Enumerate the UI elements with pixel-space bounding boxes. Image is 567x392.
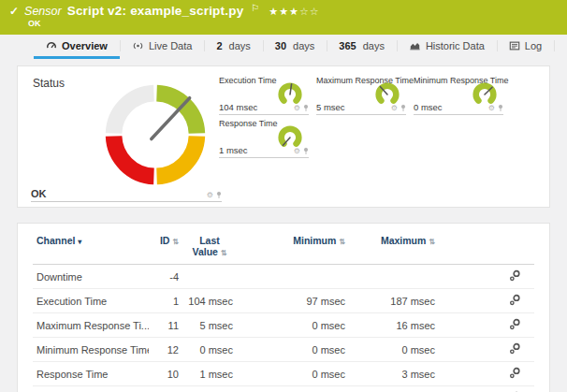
channel-minimum: 0 msec bbox=[237, 338, 349, 362]
column-label: Maximum bbox=[381, 235, 426, 246]
gauge-segment-gray bbox=[114, 94, 154, 134]
sensor-header: ✓ Sensor Script v2: example_script.py ⚐ … bbox=[0, 0, 567, 35]
column-header-channel[interactable]: Channel ▾ bbox=[33, 231, 149, 265]
tab-live-data[interactable]: Live Data bbox=[120, 35, 204, 59]
mini-gauge-value: 0 msec bbox=[414, 102, 443, 112]
column-header-id[interactable]: ID ⇅ bbox=[149, 231, 182, 265]
channel-settings-icon[interactable] bbox=[509, 342, 521, 355]
channel-last-value bbox=[182, 265, 237, 289]
gear-icon[interactable]: ⚙ bbox=[294, 148, 300, 155]
channel-maximum: 3 msec bbox=[349, 362, 439, 386]
table-row-minimum-response-time: Minimum Response Time 12 0 msec 0 msec 0… bbox=[33, 338, 534, 362]
pin-icon[interactable] bbox=[303, 104, 309, 112]
channel-settings-icon[interactable] bbox=[509, 367, 521, 379]
sort-icon: ⇅ bbox=[172, 238, 179, 246]
channel-name[interactable]: Minimum Response Time bbox=[33, 338, 149, 362]
tab-label: Overview bbox=[62, 40, 108, 51]
channel-last-value: OK bbox=[182, 386, 237, 392]
channel-id: 10 bbox=[149, 362, 182, 386]
column-label: Channel bbox=[36, 235, 75, 246]
pin-icon[interactable] bbox=[303, 147, 309, 155]
gauge-segment-red bbox=[114, 137, 154, 177]
gear-icon[interactable]: ⚙ bbox=[294, 105, 300, 112]
tab-number: 365 bbox=[339, 40, 356, 51]
tab-label: Live Data bbox=[149, 40, 192, 51]
sort-icon: ⇅ bbox=[429, 238, 435, 246]
channel-minimum: OK bbox=[237, 386, 349, 392]
pin-icon[interactable] bbox=[216, 191, 222, 199]
table-row-execution-time: Execution Time 1 104 msec 97 msec 187 ms… bbox=[33, 289, 534, 313]
gear-icon[interactable]: ⚙ bbox=[391, 105, 398, 112]
flag-icon[interactable]: ⚐ bbox=[251, 3, 259, 13]
channel-last-value: 104 msec bbox=[182, 289, 237, 313]
channel-id: 0 bbox=[149, 386, 182, 392]
tab-bar: Overview Live Data 2 days 30 days 365 da… bbox=[0, 35, 567, 59]
gauge-icon bbox=[46, 40, 57, 51]
channel-name[interactable]: Execution Time bbox=[33, 289, 149, 313]
channel-minimum: 0 msec bbox=[237, 362, 349, 386]
tab-label: Historic Data bbox=[426, 40, 485, 51]
gauge-segment-yellow bbox=[157, 137, 197, 177]
priority-stars[interactable]: ★★★☆☆ bbox=[269, 6, 319, 18]
mini-gauge-value: 5 msec bbox=[316, 102, 345, 112]
gear-icon[interactable]: ⚙ bbox=[488, 105, 495, 112]
pin-icon[interactable] bbox=[498, 104, 503, 112]
channel-name[interactable]: Downtime bbox=[33, 265, 149, 289]
column-header-maximum[interactable]: Maximum ⇅ bbox=[349, 231, 439, 265]
status-panel-title: Status bbox=[33, 77, 65, 90]
sort-icon: ⇅ bbox=[339, 238, 345, 246]
log-icon bbox=[509, 40, 520, 51]
tab-label: Log bbox=[525, 40, 542, 51]
channel-name[interactable]: Response Time bbox=[33, 362, 149, 386]
column-header-last-value[interactable]: Last Value ⇅ bbox=[182, 231, 237, 265]
tab-historic-data[interactable]: Historic Data bbox=[397, 35, 497, 59]
table-row-response-time: Response Time 10 1 msec 0 msec 3 msec bbox=[33, 362, 534, 386]
channel-table: Channel ▾ ID ⇅ Last Value ⇅ Minimum ⇅ Ma… bbox=[33, 231, 534, 392]
channel-settings-icon[interactable] bbox=[509, 269, 521, 282]
channel-table-panel: Channel ▾ ID ⇅ Last Value ⇅ Minimum ⇅ Ma… bbox=[17, 223, 550, 392]
channel-maximum: 16 msec bbox=[349, 313, 439, 338]
channel-last-value: 0 msec bbox=[182, 338, 237, 362]
channel-name[interactable]: Maximum Response Ti... bbox=[33, 313, 149, 338]
sensor-kind-label: Sensor bbox=[24, 5, 62, 18]
tab-2-days[interactable]: 2 days bbox=[204, 35, 262, 59]
column-label: Last Value bbox=[192, 235, 219, 257]
channel-minimum: 0 msec bbox=[237, 313, 349, 338]
channel-maximum: 0 msec bbox=[349, 338, 439, 362]
channel-minimum: 97 msec bbox=[237, 289, 349, 313]
tab-overview[interactable]: Overview bbox=[34, 35, 120, 59]
channel-id: 11 bbox=[149, 313, 182, 338]
mini-gauge-response-time: Response Time 1 msec ⚙ bbox=[219, 119, 309, 158]
channel-id: -4 bbox=[149, 265, 182, 289]
stars-filled[interactable]: ★★★ bbox=[269, 6, 299, 17]
mini-gauge-maximum-response-time: Maximum Response Time 5 msec ⚙ bbox=[316, 76, 406, 115]
status-panel: Status OK ⚙ Execution Time bbox=[17, 65, 550, 208]
sensor-overview-page: ✓ Sensor Script v2: example_script.py ⚐ … bbox=[0, 0, 567, 392]
gear-icon[interactable]: ⚙ bbox=[207, 192, 213, 199]
column-header-minimum[interactable]: Minimum ⇅ bbox=[237, 231, 349, 265]
column-label: ID bbox=[160, 235, 170, 246]
channel-settings-icon[interactable] bbox=[509, 318, 521, 330]
tab-log[interactable]: Log bbox=[497, 35, 554, 59]
channel-last-value: 1 msec bbox=[182, 362, 237, 386]
tab-365-days[interactable]: 365 days bbox=[327, 35, 397, 59]
mini-gauge-execution-time: Execution Time 104 msec ⚙ bbox=[219, 76, 309, 115]
channel-settings-icon[interactable] bbox=[509, 294, 521, 306]
table-row-downtime: Downtime -4 bbox=[33, 265, 534, 289]
stars-empty[interactable]: ☆☆ bbox=[299, 6, 320, 17]
tab-settings[interactable]: ⚙ Settings bbox=[554, 35, 567, 59]
status-footer: OK ⚙ bbox=[31, 188, 222, 202]
status-footer-text: OK bbox=[31, 188, 47, 199]
tab-label: days bbox=[229, 40, 251, 51]
sort-desc-icon: ▾ bbox=[78, 238, 81, 246]
column-header-actions bbox=[439, 231, 534, 265]
page-title: Script v2: example_script.py bbox=[67, 4, 244, 18]
tab-30-days[interactable]: 30 days bbox=[263, 35, 327, 59]
historic-data-icon bbox=[409, 40, 421, 51]
status-gauge bbox=[97, 77, 213, 193]
channel-name[interactable]: Status bbox=[33, 386, 149, 392]
sort-icon: ⇅ bbox=[221, 249, 227, 257]
live-data-icon bbox=[132, 40, 144, 51]
channel-maximum: 187 msec bbox=[349, 289, 439, 313]
pin-icon[interactable] bbox=[400, 104, 406, 112]
